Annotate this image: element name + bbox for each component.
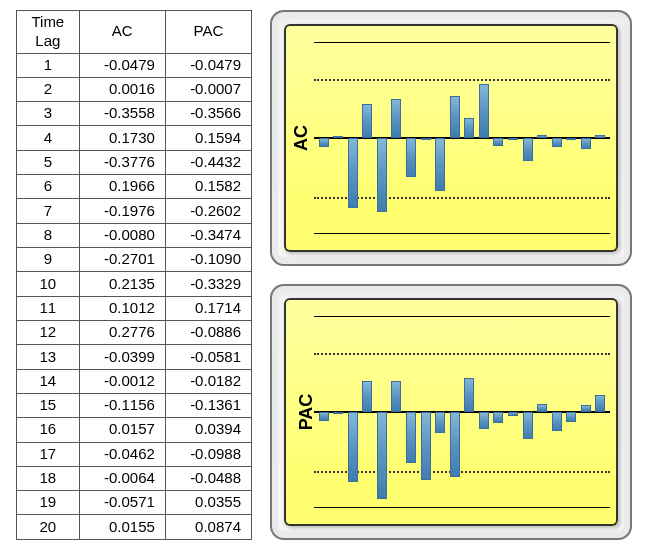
cell-lag: 5: [17, 150, 80, 174]
cell-pac: -0.0479: [165, 53, 251, 77]
cell-ac: 0.1012: [79, 296, 165, 320]
cell-ac: -0.1976: [79, 199, 165, 223]
pac-bar: [508, 412, 518, 416]
cell-pac: -0.3329: [165, 272, 251, 296]
pac-bar: [537, 404, 547, 412]
pac-bar: [493, 412, 503, 423]
ac-bar: [537, 135, 547, 138]
cell-pac: -0.0007: [165, 77, 251, 101]
cell-pac: -0.0988: [165, 442, 251, 466]
ac-bar: [479, 84, 489, 138]
ac-bar: [508, 138, 518, 140]
pac-bar: [566, 412, 576, 422]
ac-bar: [377, 138, 387, 212]
table-row: 110.10120.1714: [17, 296, 252, 320]
pac-bar: [348, 412, 358, 482]
table-row: 14-0.0012-0.0182: [17, 369, 252, 393]
cell-ac: 0.0155: [79, 515, 165, 540]
ac-bar: [464, 118, 474, 138]
cell-pac: -0.1090: [165, 248, 251, 272]
table-row: 19-0.05710.0355: [17, 491, 252, 515]
pac-bar: [421, 412, 431, 480]
table-row: 13-0.0399-0.0581: [17, 345, 252, 369]
cell-lag: 4: [17, 126, 80, 150]
cell-pac: 0.0394: [165, 418, 251, 442]
cell-pac: 0.0355: [165, 491, 251, 515]
chart-column: AC PAC: [270, 10, 632, 540]
table-body: 1-0.0479-0.047920.0016-0.00073-0.3558-0.…: [17, 53, 252, 540]
ac-panel: AC: [270, 10, 632, 266]
cell-lag: 11: [17, 296, 80, 320]
ac-frame-bottom: [314, 233, 610, 234]
cell-pac: 0.1582: [165, 175, 251, 199]
ac-upper-confidence-band: [314, 79, 610, 81]
ac-frame-top: [314, 42, 610, 43]
table-row: 100.2135-0.3329: [17, 272, 252, 296]
ac-plot-area: [314, 40, 610, 236]
table-row: 8-0.0080-0.3474: [17, 223, 252, 247]
cell-lag: 14: [17, 369, 80, 393]
pac-bar: [464, 378, 474, 412]
cell-ac: -0.0080: [79, 223, 165, 247]
acf-pacf-table: Time Lag AC PAC 1-0.0479-0.047920.0016-0…: [16, 10, 252, 540]
pac-bar: [479, 412, 489, 429]
table-row: 18-0.0064-0.0488: [17, 466, 252, 490]
pac-bar: [581, 405, 591, 412]
cell-lag: 8: [17, 223, 80, 247]
ac-panel-inner: AC: [284, 24, 618, 252]
table-row: 20.0016-0.0007: [17, 77, 252, 101]
cell-pac: -0.3566: [165, 102, 251, 126]
cell-pac: -0.3474: [165, 223, 251, 247]
ac-bar: [362, 104, 372, 138]
cell-pac: -0.0886: [165, 320, 251, 344]
cell-lag: 6: [17, 175, 80, 199]
table-row: 7-0.1976-0.2602: [17, 199, 252, 223]
col-header-ac: AC: [79, 11, 165, 54]
cell-lag: 18: [17, 466, 80, 490]
table-row: 120.2776-0.0886: [17, 320, 252, 344]
table-row: 17-0.0462-0.0988: [17, 442, 252, 466]
table-row: 40.17300.1594: [17, 126, 252, 150]
cell-ac: -0.0571: [79, 491, 165, 515]
cell-pac: -0.2602: [165, 199, 251, 223]
cell-lag: 13: [17, 345, 80, 369]
ac-axis-label: AC: [291, 125, 312, 151]
cell-lag: 2: [17, 77, 80, 101]
table-row: 15-0.1156-0.1361: [17, 393, 252, 417]
pac-panel: PAC: [270, 284, 632, 540]
cell-ac: -0.3776: [79, 150, 165, 174]
pac-bar: [552, 412, 562, 431]
table-row: 1-0.0479-0.0479: [17, 53, 252, 77]
pac-plot-area: [314, 314, 610, 510]
cell-lag: 10: [17, 272, 80, 296]
cell-pac: -0.4432: [165, 150, 251, 174]
table-row: 160.01570.0394: [17, 418, 252, 442]
pac-upper-confidence-band: [314, 353, 610, 355]
cell-ac: -0.0064: [79, 466, 165, 490]
cell-ac: 0.2776: [79, 320, 165, 344]
ac-bar: [435, 138, 445, 191]
ac-bar: [552, 138, 562, 147]
col-header-lag: Time Lag: [17, 11, 80, 54]
cell-pac: 0.1714: [165, 296, 251, 320]
col-header-pac: PAC: [165, 11, 251, 54]
cell-ac: -0.0399: [79, 345, 165, 369]
ac-bar: [348, 138, 358, 208]
table-row: 5-0.3776-0.4432: [17, 150, 252, 174]
cell-lag: 9: [17, 248, 80, 272]
cell-lag: 3: [17, 102, 80, 126]
cell-pac: -0.1361: [165, 393, 251, 417]
cell-lag: 15: [17, 393, 80, 417]
table-row: 60.19660.1582: [17, 175, 252, 199]
cell-ac: -0.0479: [79, 53, 165, 77]
cell-lag: 17: [17, 442, 80, 466]
ac-bar: [319, 138, 329, 147]
pac-lower-confidence-band: [314, 471, 610, 473]
cell-ac: 0.1966: [79, 175, 165, 199]
cell-ac: 0.0016: [79, 77, 165, 101]
ac-bar: [391, 99, 401, 138]
ac-bar: [450, 96, 460, 138]
table-row: 3-0.3558-0.3566: [17, 102, 252, 126]
autocorrelation-output: Time Lag AC PAC 1-0.0479-0.047920.0016-0…: [0, 0, 648, 550]
table-row: 9-0.2701-0.1090: [17, 248, 252, 272]
